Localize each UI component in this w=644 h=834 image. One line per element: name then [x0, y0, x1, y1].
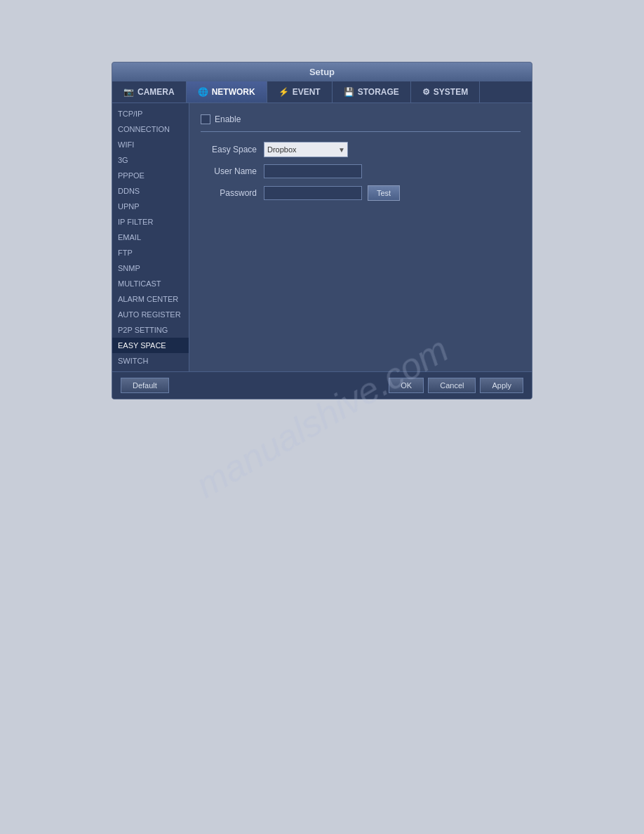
user-name-row: User Name — [201, 164, 521, 178]
divider — [201, 131, 521, 132]
sidebar-item-switch[interactable]: SWITCH — [112, 353, 189, 369]
easy-space-label: Easy Space — [201, 145, 264, 154]
camera-icon: 📷 — [123, 87, 134, 97]
tab-camera[interactable]: 📷 CAMERA — [112, 81, 187, 102]
footer-right: OK Cancel Apply — [389, 378, 523, 393]
sidebar-item-multicast[interactable]: MULTICAST — [112, 276, 189, 291]
system-icon: ⚙ — [422, 87, 430, 97]
password-row: Password Test — [201, 185, 521, 201]
footer-bar: Default OK Cancel Apply — [112, 371, 532, 399]
tab-system[interactable]: ⚙ SYSTEM — [411, 81, 480, 102]
easy-space-select-wrapper: Dropbox Google Drive OneDrive ▼ — [264, 142, 348, 157]
tab-camera-label: CAMERA — [137, 87, 175, 97]
network-icon: 🌐 — [198, 87, 208, 97]
enable-checkbox[interactable] — [201, 114, 210, 124]
user-name-input[interactable] — [264, 164, 362, 178]
title-bar: Setup — [112, 62, 532, 81]
sidebar-item-pppoe[interactable]: PPPOE — [112, 168, 189, 183]
storage-icon: 💾 — [344, 87, 354, 97]
event-icon: ⚡ — [279, 87, 289, 97]
user-name-label: User Name — [201, 166, 264, 176]
apply-button[interactable]: Apply — [480, 378, 523, 393]
cancel-button[interactable]: Cancel — [428, 378, 476, 393]
sidebar-item-3g[interactable]: 3G — [112, 152, 189, 168]
main-content: TCP/IP CONNECTION WIFI 3G PPPOE DDNS — [112, 103, 532, 371]
setup-dialog: Setup 📷 CAMERA 🌐 NETWORK ⚡ EVENT 💾 STORA… — [112, 62, 532, 399]
enable-label: Enable — [215, 114, 241, 124]
easy-space-select[interactable]: Dropbox Google Drive OneDrive — [264, 142, 348, 157]
sidebar-item-auto-register[interactable]: AUTO REGISTER — [112, 307, 189, 322]
sidebar-item-tcp-ip[interactable]: TCP/IP — [112, 106, 189, 121]
tab-network[interactable]: 🌐 NETWORK — [187, 81, 267, 102]
sidebar-item-p2p-setting[interactable]: P2P SETTING — [112, 322, 189, 338]
sidebar-item-upnp[interactable]: UPNP — [112, 199, 189, 214]
default-button[interactable]: Default — [121, 378, 169, 393]
sidebar-item-ip-filter[interactable]: IP FILTER — [112, 214, 189, 230]
sidebar-item-wifi[interactable]: WIFI — [112, 137, 189, 152]
dialog-title: Setup — [309, 67, 335, 77]
sidebar-item-connection[interactable]: CONNECTION — [112, 121, 189, 137]
content-panel: Enable Easy Space Dropbox Google Drive O… — [189, 103, 532, 371]
sidebar-item-ddns[interactable]: DDNS — [112, 183, 189, 199]
tab-bar: 📷 CAMERA 🌐 NETWORK ⚡ EVENT 💾 STORAGE ⚙ S… — [112, 81, 532, 103]
tab-network-label: NETWORK — [212, 87, 255, 97]
tab-storage[interactable]: 💾 STORAGE — [333, 81, 411, 102]
tab-event[interactable]: ⚡ EVENT — [267, 81, 333, 102]
sidebar: TCP/IP CONNECTION WIFI 3G PPPOE DDNS — [112, 103, 189, 371]
tab-system-label: SYSTEM — [434, 87, 468, 97]
test-button[interactable]: Test — [368, 185, 400, 201]
enable-row: Enable — [201, 114, 521, 124]
password-label: Password — [201, 188, 264, 198]
sidebar-item-ftp[interactable]: FTP — [112, 245, 189, 260]
easy-space-row: Easy Space Dropbox Google Drive OneDrive… — [201, 142, 521, 157]
sidebar-item-easy-space[interactable]: EASY SPACE — [112, 338, 189, 353]
ok-button[interactable]: OK — [389, 378, 424, 393]
sidebar-item-email[interactable]: EMAIL — [112, 230, 189, 245]
tab-storage-label: STORAGE — [358, 87, 399, 97]
password-input[interactable] — [264, 186, 362, 200]
sidebar-item-alarm-center[interactable]: ALARM CENTER — [112, 291, 189, 307]
tab-event-label: EVENT — [293, 87, 321, 97]
sidebar-item-snmp[interactable]: SNMP — [112, 260, 189, 276]
